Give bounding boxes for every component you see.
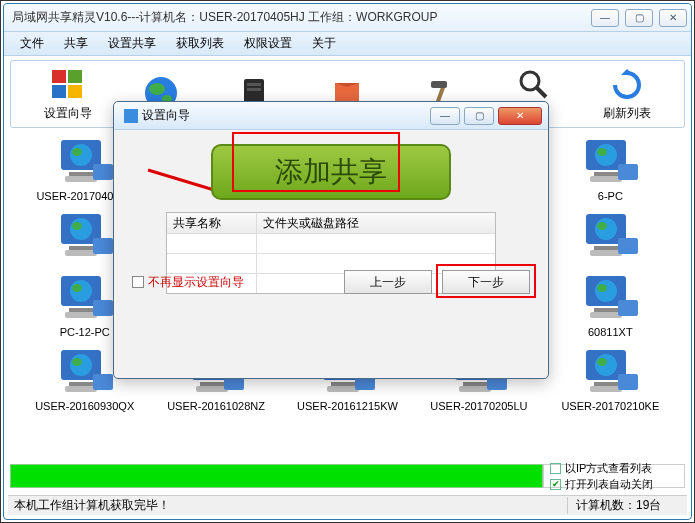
svg-point-107 [72, 358, 82, 366]
ip-view-checkbox[interactable]: 以IP方式查看列表 [550, 461, 678, 476]
col-share-name: 共享名称 [167, 213, 257, 233]
refresh-icon [609, 67, 645, 103]
progress-bar [10, 464, 543, 488]
options-panel: 以IP方式查看列表 ✔打开列表自动关闭 [543, 464, 685, 488]
main-title: 局域网共享精灵V10.6---计算机名：USER-20170405HJ 工作组：… [12, 9, 591, 26]
svg-line-13 [537, 88, 546, 97]
svg-point-77 [72, 284, 82, 292]
windows-flag-icon [50, 67, 86, 103]
computer-item[interactable]: USER-20170210KE [548, 346, 673, 412]
svg-point-5 [149, 83, 165, 95]
svg-point-17 [72, 148, 82, 156]
toolbar-wizard[interactable]: 设置向导 [28, 67, 108, 122]
svg-rect-0 [52, 70, 66, 83]
svg-rect-50 [93, 238, 113, 254]
svg-rect-19 [65, 176, 97, 182]
svg-rect-79 [65, 312, 97, 318]
status-count: 计算机数：19台 [567, 497, 687, 514]
toolbar-refresh[interactable]: 刷新列表 [587, 67, 667, 122]
close-button[interactable]: ✕ [659, 9, 687, 27]
search-icon [516, 67, 552, 103]
svg-point-40 [595, 144, 617, 166]
dialog-title: 设置向导 [142, 107, 190, 124]
svg-rect-120 [331, 382, 355, 386]
svg-rect-108 [69, 382, 93, 386]
svg-point-101 [597, 284, 607, 292]
svg-rect-104 [618, 300, 638, 316]
svg-rect-114 [200, 382, 224, 386]
dont-show-checkbox[interactable]: 不再显示设置向导 [132, 274, 244, 291]
svg-point-12 [521, 72, 539, 90]
dialog-maximize-button[interactable]: ▢ [464, 107, 494, 125]
svg-point-47 [72, 222, 82, 230]
svg-rect-8 [247, 83, 261, 86]
svg-rect-48 [69, 246, 93, 250]
svg-rect-134 [618, 374, 638, 390]
prev-button[interactable]: 上一步 [344, 270, 432, 294]
status-message: 本机工作组计算机获取完毕！ [8, 497, 567, 514]
svg-rect-109 [65, 386, 97, 392]
menubar: 文件 共享 设置共享 获取列表 权限设置 关于 [4, 32, 691, 56]
svg-rect-11 [431, 81, 447, 88]
computer-label: PC-12-PC [60, 326, 110, 338]
dialog-icon [124, 109, 138, 123]
svg-rect-126 [463, 382, 487, 386]
svg-point-70 [595, 218, 617, 240]
menu-getlist[interactable]: 获取列表 [166, 33, 234, 54]
svg-rect-72 [594, 246, 618, 250]
col-path: 文件夹或磁盘路径 [257, 213, 495, 233]
menu-share[interactable]: 共享 [54, 33, 98, 54]
svg-point-106 [70, 354, 92, 376]
computer-item[interactable] [548, 210, 673, 264]
svg-rect-43 [590, 176, 622, 182]
svg-point-130 [595, 354, 617, 376]
auto-close-checkbox[interactable]: ✔打开列表自动关闭 [550, 477, 678, 492]
computer-label: 60811XT [588, 326, 633, 338]
svg-rect-135 [124, 109, 138, 123]
svg-rect-80 [93, 300, 113, 316]
computer-item[interactable]: 6-PC [548, 136, 673, 202]
svg-point-71 [597, 222, 607, 230]
svg-rect-127 [459, 386, 491, 392]
svg-rect-78 [69, 308, 93, 312]
computer-label: USER-20160930QX [35, 400, 134, 412]
menu-file[interactable]: 文件 [10, 33, 54, 54]
svg-rect-18 [69, 172, 93, 176]
dialog-titlebar: 设置向导 — ▢ ✕ [114, 102, 548, 130]
svg-rect-102 [594, 308, 618, 312]
svg-rect-133 [590, 386, 622, 392]
svg-rect-3 [68, 85, 82, 98]
table-row[interactable] [167, 233, 495, 253]
computer-item[interactable]: 60811XT [548, 272, 673, 338]
dialog-close-button[interactable]: ✕ [498, 107, 542, 125]
menu-about[interactable]: 关于 [302, 33, 346, 54]
svg-rect-1 [68, 70, 82, 83]
svg-rect-73 [590, 250, 622, 256]
svg-rect-20 [93, 164, 113, 180]
menu-permissions[interactable]: 权限设置 [234, 33, 302, 54]
computer-label: 6-PC [598, 190, 623, 202]
toolbar-label: 设置向导 [44, 105, 92, 122]
svg-rect-42 [594, 172, 618, 176]
svg-point-100 [595, 280, 617, 302]
menu-setshare[interactable]: 设置共享 [98, 33, 166, 54]
svg-rect-9 [247, 88, 261, 91]
next-button[interactable]: 下一步 [442, 270, 530, 294]
svg-point-76 [70, 280, 92, 302]
svg-rect-121 [327, 386, 359, 392]
status-bar: 本机工作组计算机获取完毕！ 计算机数：19台 [8, 495, 687, 515]
svg-rect-110 [93, 374, 113, 390]
svg-rect-44 [618, 164, 638, 180]
maximize-button[interactable]: ▢ [625, 9, 653, 27]
toolbar-label: 刷新列表 [603, 105, 651, 122]
svg-point-131 [597, 358, 607, 366]
svg-rect-103 [590, 312, 622, 318]
add-share-button[interactable]: 添加共享 [211, 144, 451, 200]
computer-label: USER-20161215KW [297, 400, 398, 412]
svg-point-16 [70, 144, 92, 166]
main-titlebar: 局域网共享精灵V10.6---计算机名：USER-20170405HJ 工作组：… [4, 4, 691, 32]
svg-rect-132 [594, 382, 618, 386]
minimize-button[interactable]: — [591, 9, 619, 27]
dialog-minimize-button[interactable]: — [430, 107, 460, 125]
svg-rect-74 [618, 238, 638, 254]
